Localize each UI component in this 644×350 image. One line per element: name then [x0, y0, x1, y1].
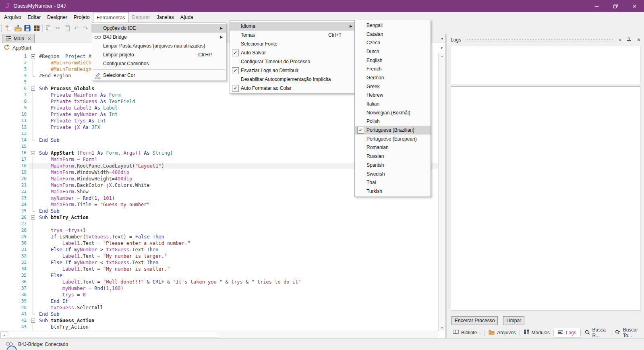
language-item-catalan[interactable]: Catalan	[355, 30, 431, 39]
code-line-24[interactable]: 24 MainForm.Title = "Guess my number"	[0, 201, 438, 208]
menubar-item-editar[interactable]: Editar	[24, 12, 44, 23]
language-item-czech[interactable]: Czech	[355, 38, 431, 47]
language-item-russian[interactable]: Russian	[355, 152, 431, 161]
minimize-button[interactable]: ─	[587, 0, 606, 12]
menu-item-temas[interactable]: TemasCtrl+T	[230, 31, 356, 39]
language-item-bengali[interactable]: Bengali	[355, 21, 431, 30]
scroll-down-icon[interactable]: ▾	[441, 326, 443, 330]
code-line-32[interactable]: 32 Label1.Text = "My number is larger."	[0, 253, 438, 259]
fold-toggle-icon[interactable]	[29, 150, 37, 156]
close-icon[interactable]: ✕	[27, 36, 31, 41]
language-item-portuguese-european[interactable]: Portuguese (European)	[355, 135, 431, 143]
code-line-34[interactable]: 34 Label1.Text = "My number is smaller."	[0, 266, 438, 272]
code-line-31[interactable]: 31 Else If myNumber > txtGuess.Text Then	[0, 246, 438, 253]
new-icon[interactable]	[4, 23, 13, 33]
code-line-33[interactable]: 33 Else If myNumber < txtGuess.Text Then	[0, 259, 438, 266]
code-line-39[interactable]: 39 End If	[0, 298, 438, 304]
package-icon[interactable]	[32, 23, 41, 33]
fold-toggle-icon[interactable]	[29, 53, 37, 60]
menu-item-esvaziar-logs-ao-distribuir[interactable]: ✓Esvaziar Logs ao Distribuir	[230, 66, 356, 75]
tool-tab-m-dulos[interactable]: Módulos	[520, 328, 553, 338]
language-item-spanish[interactable]: Spanish	[355, 161, 431, 170]
language-item-romanian[interactable]: Romanian	[355, 143, 431, 152]
cut-icon[interactable]: ✂	[53, 23, 62, 33]
menubar-item-janelas[interactable]: Janelas	[153, 12, 177, 23]
code-line-43[interactable]: 43 btnTry_Action	[0, 324, 438, 330]
language-item-italian[interactable]: Italian	[355, 99, 431, 108]
language-item-portuguese-brazilian[interactable]: ✓Portuguese (Brazilian)	[355, 126, 431, 135]
language-item-greek[interactable]: Greek	[355, 82, 431, 91]
tool-tab-busca-r[interactable]: Busca R...	[581, 325, 611, 340]
pin-icon[interactable]	[627, 37, 631, 43]
language-item-french[interactable]: French	[355, 64, 431, 73]
scroll-up-icon[interactable]: ▴	[441, 54, 443, 58]
fold-toggle-icon[interactable]	[29, 214, 37, 221]
menu-item-op-es-do-ide[interactable]: Opções do IDE▶	[92, 24, 226, 33]
code-line-30[interactable]: 30 Label1.Text = "Please enter a valid n…	[0, 240, 438, 246]
fold-toggle-icon[interactable]	[29, 317, 37, 324]
menu-item-limpar-projeto[interactable]: Limpar projetoCtrl+P	[92, 50, 226, 59]
language-item-thai[interactable]: Thai	[355, 178, 431, 187]
menubar-item-projeto[interactable]: Projeto	[70, 12, 93, 23]
code-line-40[interactable]: 40 txtGuess.SelectAll	[0, 304, 438, 311]
code-line-36[interactable]: 36 Label1.Text = "Well done!!!" & CRLF &…	[0, 279, 438, 285]
code-line-25[interactable]: 25End Sub	[0, 208, 438, 214]
tool-tab-bibliote[interactable]: Bibliote...	[449, 328, 485, 338]
close-icon[interactable]: ✕	[637, 37, 641, 43]
language-item-german[interactable]: German	[355, 73, 431, 82]
tool-tab-buscar-to[interactable]: Buscar To...	[611, 325, 644, 340]
code-line-26[interactable]: 26Sub btnTry_Action	[0, 214, 438, 221]
code-line-28[interactable]: 28 trys =trys+1	[0, 227, 438, 234]
restore-button[interactable]	[606, 0, 625, 12]
logs-output-upper[interactable]	[451, 46, 640, 84]
limpar-button[interactable]: Limpar	[503, 316, 524, 325]
menu-item-configurar-caminhos[interactable]: Configurar Caminhos	[92, 59, 226, 68]
redo-icon[interactable]: ↷	[81, 23, 90, 33]
encerrar-processo-button[interactable]: Encerrar Processo	[451, 316, 498, 325]
menu-item-desabilitar-autocomplementa-o-impl-cita[interactable]: Desabilitar Autocomplementação Implícita	[230, 75, 356, 84]
code-line-27[interactable]: 27	[0, 221, 438, 227]
menubar-item-ajuda[interactable]: Ajuda	[177, 12, 197, 23]
menubar-item-depurar[interactable]: Depurar	[129, 12, 153, 23]
menubar-item-designer[interactable]: Designer	[44, 12, 70, 23]
language-item-hebrew[interactable]: Hebrew	[355, 91, 431, 100]
code-line-37[interactable]: 37 myNumber = Rnd(1,100)	[0, 285, 438, 292]
code-line-35[interactable]: 35 Else	[0, 272, 438, 279]
menu-item-selecionar-cor[interactable]: Selecionar Cor	[92, 71, 226, 80]
language-item-english[interactable]: English	[355, 56, 431, 65]
panel-grip[interactable]	[465, 39, 613, 42]
undo-icon[interactable]: ↶	[72, 23, 81, 33]
fold-toggle-icon[interactable]	[29, 85, 37, 92]
vertical-scrollbar[interactable]: ▴ ▾	[438, 53, 445, 331]
open-icon[interactable]	[13, 23, 23, 33]
tool-tab-arquivos[interactable]: Arquivos	[485, 328, 520, 338]
menu-item-auto-formatar-ao-colar[interactable]: ✓Auto Formatar ao Colar	[230, 84, 356, 93]
menu-item-limpar-pasta-arquivos-arquivos-n-o-utilizados[interactable]: Limpar Pasta Arquivos (arquivos não util…	[92, 41, 226, 50]
language-item-dutch[interactable]: Dutch	[355, 47, 431, 56]
horizontal-scrollbar[interactable]: ◂	[0, 331, 438, 339]
code-line-41[interactable]: 41End Sub	[0, 311, 438, 317]
language-item-turkish[interactable]: Turkish	[355, 187, 431, 196]
code-line-29[interactable]: 29 If IsNumber(txtGuess.Text) = False Th…	[0, 234, 438, 240]
language-item-norwegian-bokm-l[interactable]: Norwegian (Bokmål)	[355, 108, 431, 117]
chevron-down-icon[interactable]: ▾	[619, 38, 621, 42]
paste-icon[interactable]	[62, 23, 72, 33]
code-line-42[interactable]: 42Sub txtGuess_Action	[0, 317, 438, 324]
menu-item-selecionar-fonte[interactable]: Selecionar Fonte	[230, 39, 356, 48]
save-icon[interactable]	[23, 23, 32, 33]
copy-icon[interactable]	[44, 23, 53, 33]
menu-item-auto-salvar[interactable]: ✓Auto Salvar	[230, 48, 356, 57]
language-item-swedish[interactable]: Swedish	[355, 170, 431, 178]
scrollbar-thumb[interactable]	[9, 332, 219, 338]
code-line-38[interactable]: 38 trys = 0	[0, 292, 438, 298]
menubar-item-arquivo[interactable]: Arquivo	[1, 12, 24, 23]
tool-tab-logs[interactable]: Logs	[554, 328, 580, 338]
language-item-polish[interactable]: Polish	[355, 117, 431, 126]
menubar-item-ferramentas[interactable]: Ferramentas	[93, 12, 129, 23]
menu-item-idioma[interactable]: Idioma▶	[230, 22, 356, 31]
menu-item-b4j-bridge[interactable]: B4J Bridge▶	[92, 33, 226, 41]
tab-main[interactable]: Main ✕	[2, 34, 35, 43]
menu-item-configurar-timeout-do-processo[interactable]: Configurar Timeout do Processo	[230, 57, 356, 66]
tab-list-dropdown[interactable]: ▾	[441, 37, 443, 41]
scroll-left-icon[interactable]: ◂	[0, 331, 8, 338]
